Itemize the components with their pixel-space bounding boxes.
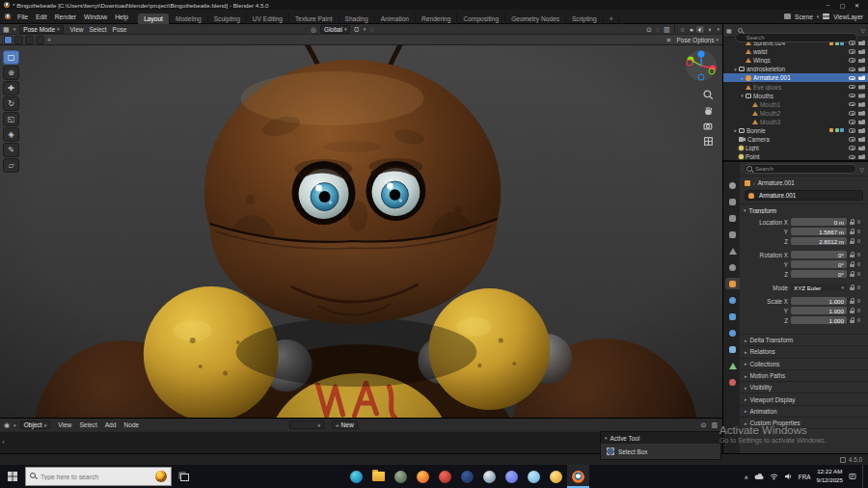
outliner-item-androskeleton[interactable]: ▾androskeleton (723, 65, 868, 73)
workspace-tab-layout[interactable]: Layout (138, 14, 170, 24)
properties-tab-material[interactable] (725, 376, 740, 388)
visibility-eye-icon[interactable] (849, 41, 855, 45)
speaker-icon[interactable] (784, 473, 793, 480)
workspace-tab-texture-paint[interactable]: Texture Paint (289, 14, 339, 24)
select-mode-new[interactable] (4, 36, 13, 44)
outliner-item-point[interactable]: Point (723, 152, 868, 160)
expander-icon[interactable]: ▾ (739, 93, 746, 98)
pose-options-dropdown[interactable]: Pose Options ▾ (676, 37, 719, 43)
section-motion-paths[interactable]: ▸Motion Paths (740, 370, 868, 382)
slot-dropdown[interactable]: ▾ (289, 420, 324, 429)
shader-menu-select[interactable]: Select (75, 421, 100, 428)
value-field[interactable]: 0 m (791, 218, 847, 227)
lock-icon[interactable] (850, 308, 854, 313)
keyframe-dot-icon[interactable] (857, 262, 860, 265)
tool-annotate[interactable]: ✎ (3, 143, 19, 157)
language-indicator[interactable]: FRA (799, 474, 811, 480)
workspace-tab-animation[interactable]: Animation (375, 14, 416, 24)
taskbar-app-discord[interactable] (501, 465, 523, 488)
blender-menu-logo[interactable] (5, 14, 11, 19)
workspace-tab-modeling[interactable]: Modeling (170, 14, 208, 24)
properties-tab-tool[interactable] (725, 179, 740, 191)
outliner-item-mouths[interactable]: ▾Mouths (723, 92, 868, 100)
section-relations[interactable]: ▸Relations (740, 346, 868, 358)
render-visibility-icon[interactable] (858, 49, 865, 54)
render-visibility-icon[interactable] (858, 58, 865, 63)
taskbar-app-app-navy[interactable] (456, 465, 478, 488)
action-center-icon[interactable] (849, 473, 856, 480)
section-viewport-display[interactable]: ▸Viewport Display (740, 393, 868, 405)
pin-icon[interactable]: ⊙ (701, 421, 707, 428)
lock-icon[interactable] (850, 261, 854, 267)
object-name-field[interactable]: Armature.001 (745, 190, 863, 201)
outliner-item-mouth1[interactable]: Mouth1 (723, 100, 868, 109)
outliner-item-light[interactable]: Light (723, 144, 868, 152)
properties-tab-constraints[interactable] (725, 343, 740, 355)
lock-icon[interactable] (850, 238, 854, 244)
render-visibility-icon[interactable] (858, 120, 865, 124)
visibility-eye-icon[interactable] (849, 128, 855, 133)
properties-tab-output[interactable] (725, 212, 740, 224)
active-tool-panel-header[interactable]: ▾ Active Tool (601, 432, 720, 444)
visibility-eye-icon[interactable] (849, 111, 855, 116)
scene-selector[interactable]: Scene (795, 14, 813, 20)
visibility-eye-icon[interactable] (849, 137, 855, 142)
keyframe-dot-icon[interactable] (857, 309, 860, 312)
editor-type-icon[interactable]: ◉ (4, 421, 10, 428)
visibility-eye-icon[interactable] (849, 76, 855, 81)
keyframe-dot-icon[interactable] (857, 220, 860, 223)
shader-menu-node[interactable]: Node (120, 421, 143, 428)
value-field[interactable]: 1.000 (791, 297, 847, 306)
taskbar-app-firefox[interactable] (412, 465, 434, 488)
properties-tab-render[interactable] (725, 196, 740, 207)
mode-dropdown[interactable]: Pose Mode ▾ (19, 25, 63, 34)
properties-tab-world[interactable] (725, 261, 740, 273)
properties-tab-object-data[interactable] (725, 360, 740, 371)
shading-rendered-icon[interactable]: ◑ (705, 26, 713, 33)
filter-icon[interactable]: ▽ (860, 27, 865, 34)
visibility-eye-icon[interactable] (849, 155, 855, 160)
select-mode-intersect[interactable] (36, 36, 44, 44)
visibility-eye-icon[interactable] (849, 58, 855, 63)
shader-type-dropdown[interactable]: Object ▾ (20, 420, 51, 429)
workspace-tab-shading[interactable]: Shading (339, 14, 375, 24)
visibility-eye-icon[interactable] (849, 68, 855, 72)
workspace-tab-uv-editing[interactable]: UV Editing (247, 14, 289, 24)
keyframe-dot-icon[interactable] (857, 285, 860, 288)
breadcrumb-object[interactable]: Armature.001 (758, 179, 795, 186)
viewport-menu-pose[interactable]: Pose (110, 26, 130, 33)
render-visibility-icon[interactable] (858, 41, 865, 45)
lock-icon[interactable] (850, 219, 854, 225)
select-mode-subtract[interactable] (25, 36, 34, 44)
taskbar-search[interactable] (25, 467, 172, 486)
outliner-item-camera[interactable]: Camera (723, 135, 868, 144)
tool-measure[interactable]: ▱ (3, 158, 19, 173)
taskbar-app-app-sky[interactable] (523, 465, 545, 488)
visibility-eye-icon[interactable] (849, 146, 855, 150)
close-button[interactable]: ✕ (850, 2, 864, 9)
keyframe-dot-icon[interactable] (857, 299, 860, 302)
shader-menu-add[interactable]: Add (101, 421, 121, 428)
navigation-gizmo[interactable] (685, 49, 718, 86)
menu-window[interactable]: Window (80, 14, 111, 20)
show-gizmos-icon[interactable]: ⊙ (646, 26, 652, 33)
zoom-icon[interactable] (703, 90, 714, 100)
visibility-eye-icon[interactable] (849, 85, 855, 90)
editor-type-icon[interactable]: ▦ (726, 28, 732, 34)
lock-icon[interactable] (850, 298, 854, 304)
workspace-tab-rendering[interactable]: Rendering (416, 14, 457, 24)
viewport-menu-view[interactable]: View (68, 26, 87, 33)
new-material-button[interactable]: + New (332, 420, 358, 429)
tool-move[interactable]: ✚ (3, 81, 19, 95)
workspace-tab-sculpting[interactable]: Sculpting (208, 14, 247, 24)
render-visibility-icon[interactable] (858, 128, 865, 133)
menu-edit[interactable]: Edit (32, 14, 51, 20)
section-delta-transform[interactable]: ▸Delta Transform (740, 335, 868, 346)
outliner-item-mouth2[interactable]: Mouth2 (723, 109, 868, 118)
pan-hand-icon[interactable] (703, 105, 714, 116)
outliner-item-bonnie[interactable]: ▸Bonnie (723, 126, 868, 135)
value-field[interactable]: 2.8012 m (791, 237, 847, 246)
orientation-dropdown[interactable]: Global ▾ (320, 25, 350, 34)
tool-scale[interactable]: ◱ (3, 112, 19, 126)
visibility-eye-icon[interactable] (849, 49, 855, 54)
